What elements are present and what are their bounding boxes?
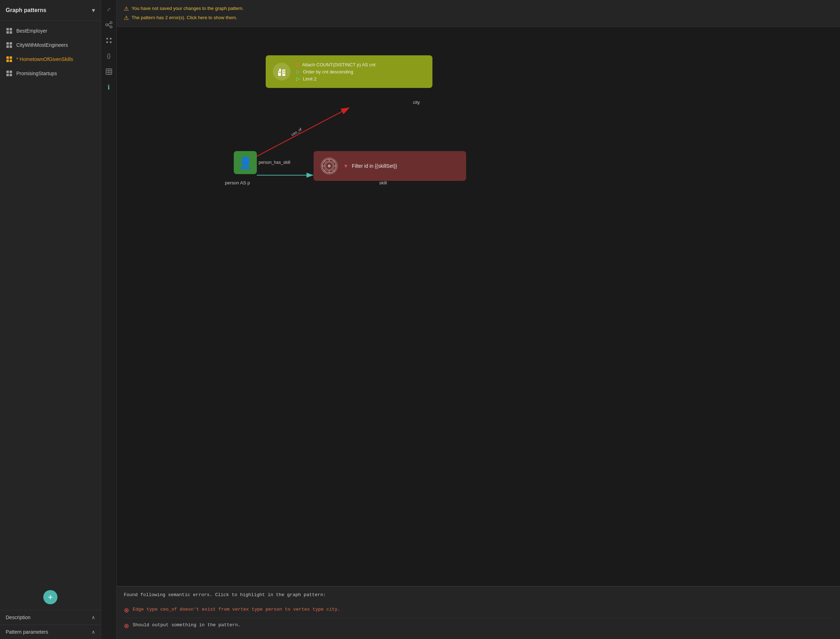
sidebar-item-bestemployer[interactable]: BestEmployer	[0, 24, 101, 38]
svg-point-28	[325, 162, 333, 170]
graph-canvas: ceo_of Σ Attach COUNT(	[117, 27, 840, 586]
error-circle-icon-1: ⊗	[124, 606, 129, 614]
svg-rect-20	[279, 69, 281, 72]
alert-icon[interactable]: ℹ	[102, 81, 115, 94]
city-node-icon	[273, 63, 291, 81]
svg-line-37	[324, 170, 326, 171]
svg-line-35	[333, 170, 334, 171]
error-text-1: Edge type ceo_of doesn't exist from vert…	[133, 606, 340, 613]
sidebar-item-citywithmostengineers[interactable]: CityWithMostEngineers	[0, 38, 101, 52]
error-circle-icon-2: ⊗	[124, 622, 129, 630]
svg-point-0	[106, 24, 108, 26]
svg-rect-25	[283, 73, 284, 74]
error-item-1[interactable]: ⊗ Edge type ceo_of doesn't exist from ve…	[124, 602, 833, 618]
arrows-svg	[117, 27, 840, 586]
skill-filter-label: ▼ Filter id in {{skillSet}}	[344, 163, 397, 169]
person-node[interactable]: 👤	[234, 151, 257, 174]
person-node-label: person AS p	[225, 180, 250, 186]
warning-banner[interactable]: ⚠ You have not saved your changes to the…	[117, 0, 840, 27]
skill-node[interactable]: ▼ Filter id in {{skillSet}}	[313, 151, 466, 181]
braces-icon[interactable]: {}	[102, 50, 115, 62]
sidebar-item-label: PromisingStartups	[16, 71, 57, 76]
filter-icon: ▼	[344, 163, 348, 169]
nodes-icon[interactable]	[102, 34, 115, 47]
icon-strip: ⤢ {} ℹ	[101, 0, 117, 639]
sidebar-items-list: BestEmployer CityWithMostEngineers	[0, 21, 101, 587]
svg-rect-24	[284, 71, 285, 72]
person-icon: 👤	[239, 156, 253, 170]
main-content: ⚠ You have not saved your changes to the…	[117, 0, 840, 639]
svg-line-36	[333, 161, 334, 162]
order-badge: ▷	[296, 69, 300, 75]
svg-rect-23	[283, 71, 284, 72]
add-pattern-button[interactable]: +	[43, 590, 57, 604]
pattern-params-label: Pattern parameters	[6, 629, 48, 635]
sidebar-item-label: * HometownOfGivenSkills	[16, 56, 73, 62]
warning-icon-2: ⚠	[124, 13, 129, 23]
svg-rect-22	[280, 72, 281, 73]
pattern-icon-active	[6, 56, 13, 63]
svg-point-5	[106, 38, 108, 40]
sidebar-item-promisingstartups[interactable]: PromisingStartups	[0, 66, 101, 81]
svg-point-1	[110, 22, 112, 24]
description-label: Description	[6, 615, 30, 620]
city-node-label: city	[413, 100, 420, 105]
pattern-icon	[6, 70, 13, 77]
table-icon[interactable]	[102, 65, 115, 78]
limit-badge: ▷	[296, 76, 300, 81]
svg-line-4	[108, 25, 110, 27]
svg-point-29	[328, 165, 331, 167]
pattern-icon	[6, 27, 13, 34]
expand-icon[interactable]: ⤢	[102, 3, 115, 16]
warning-line-2[interactable]: ⚠ The pattern has 2 error(s). Click here…	[124, 13, 833, 23]
svg-point-7	[106, 41, 108, 43]
description-section: Description ∧	[0, 610, 101, 625]
svg-line-34	[324, 161, 326, 162]
pattern-params-chevron-icon[interactable]: ∧	[92, 629, 95, 635]
sigma-badge: Σ	[296, 62, 299, 67]
description-chevron-icon[interactable]: ∧	[92, 615, 95, 620]
warning-icon-1: ⚠	[124, 4, 129, 13]
edge-label-ceo-of: ceo_of	[290, 127, 302, 137]
pattern-icon	[6, 41, 13, 49]
svg-rect-21	[279, 72, 280, 73]
svg-point-27	[323, 159, 336, 173]
sidebar-header: Graph patterns ▾	[0, 0, 101, 21]
svg-point-8	[110, 41, 111, 43]
error-text-2: Should output something in the pattern.	[133, 622, 240, 629]
error-item-2[interactable]: ⊗ Should output something in the pattern…	[124, 618, 833, 633]
city-line-3: ▷ Limit 2	[296, 76, 375, 81]
city-line-2: ▷ Order by cnt descending	[296, 69, 375, 75]
error-panel: Found following semantic errors. Click t…	[117, 586, 840, 639]
city-node-content: Σ Attach COUNT(DISTINCT p) AS cnt ▷ Orde…	[296, 62, 375, 81]
sidebar-item-hometownofgivenskills[interactable]: * HometownOfGivenSkills	[0, 52, 101, 66]
svg-point-2	[110, 26, 112, 28]
svg-point-6	[110, 38, 111, 40]
chevron-down-icon[interactable]: ▾	[92, 6, 95, 14]
skill-node-icon	[321, 157, 338, 175]
skill-node-label: skill	[379, 180, 387, 186]
city-line-1: Σ Attach COUNT(DISTINCT p) AS cnt	[296, 62, 375, 67]
sidebar-item-label: CityWithMostEngineers	[16, 42, 68, 48]
error-panel-title: Found following semantic errors. Click t…	[124, 592, 833, 598]
warning-line-1: ⚠ You have not saved your changes to the…	[124, 4, 833, 13]
pattern-parameters-section: Pattern parameters ∧	[0, 625, 101, 639]
svg-rect-9	[106, 69, 112, 75]
sidebar-title: Graph patterns	[6, 7, 46, 13]
sidebar: Graph patterns ▾ BestEmployer	[0, 0, 101, 639]
sidebar-item-label: BestEmployer	[16, 28, 47, 34]
graph-icon[interactable]	[102, 18, 115, 31]
city-node[interactable]: Σ Attach COUNT(DISTINCT p) AS cnt ▷ Orde…	[266, 55, 433, 88]
svg-line-3	[108, 23, 110, 25]
edge-label-person-has-skill: person_has_skill	[259, 160, 290, 165]
svg-rect-26	[284, 73, 285, 74]
